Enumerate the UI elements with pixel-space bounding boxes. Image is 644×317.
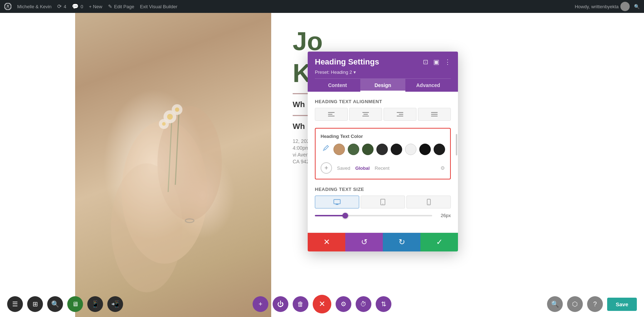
text-alignment-section: Heading Text Alignment	[315, 99, 451, 121]
color-section-label: Heading Text Color	[321, 134, 445, 139]
admin-bar: Michelle & Kevin ⟳ 4 💬 0 + New ✎ Edit Pa…	[0, 0, 644, 13]
device-mobile-btn[interactable]	[406, 196, 451, 208]
responsive-btn[interactable]: ⇅	[376, 296, 391, 312]
photo-panel	[75, 13, 271, 317]
tablet-icon: 📱	[91, 300, 99, 308]
color-swatch-black[interactable]	[419, 144, 431, 155]
svg-point-8	[175, 107, 179, 112]
tab-design[interactable]: Design	[360, 79, 406, 92]
admin-search-icon[interactable]: 🔍	[634, 4, 640, 9]
add-module-btn[interactable]: +	[253, 296, 268, 312]
delete-btn[interactable]: 🗑	[293, 296, 308, 312]
edit-page-link[interactable]: ✎ Edit Page	[108, 4, 134, 9]
align-left-btn[interactable]	[315, 108, 348, 121]
power-icon: ⏻	[277, 301, 284, 308]
power-btn[interactable]: ⏻	[273, 296, 288, 312]
mobile-icon: 📲	[111, 300, 119, 308]
layers-btn[interactable]: ⬡	[567, 296, 583, 312]
wordpress-logo[interactable]	[4, 3, 11, 10]
svg-point-29	[382, 204, 383, 205]
new-button[interactable]: + New	[89, 4, 102, 9]
panel-footer: ✕ ↺ ↻ ✓	[308, 232, 458, 251]
svg-point-6	[167, 114, 173, 120]
confirm-button[interactable]: ✓	[420, 233, 458, 251]
panel-preset[interactable]: Preset: Heading 2 ▾	[315, 69, 451, 75]
expand-icon[interactable]: ⊡	[423, 58, 428, 66]
responsive-icon: ⇅	[381, 300, 386, 308]
color-tab-recent[interactable]: Recent	[375, 165, 389, 171]
settings-btn[interactable]: ⚙	[336, 296, 351, 312]
align-center-btn[interactable]	[349, 108, 382, 121]
svg-rect-25	[334, 200, 340, 204]
slider-fill	[315, 215, 345, 216]
panel-scrollbar[interactable]	[456, 92, 457, 232]
save-button[interactable]: Save	[607, 298, 637, 311]
desktop-icon: 🖥	[72, 301, 78, 308]
color-swatch-black-2[interactable]	[434, 144, 445, 155]
cancel-button[interactable]: ✕	[308, 233, 345, 251]
tab-content[interactable]: Content	[315, 79, 360, 92]
history-btn[interactable]: ⏱	[356, 296, 371, 312]
alignment-label: Heading Text Alignment	[315, 99, 451, 104]
device-desktop-btn[interactable]	[315, 196, 359, 208]
close-btn[interactable]: ✕	[313, 295, 331, 313]
align-justify-btn[interactable]	[418, 108, 451, 121]
photo-background	[75, 13, 271, 317]
svg-point-2	[111, 163, 182, 292]
size-section-label: Heading Text Size	[315, 187, 451, 192]
preset-chevron-icon: ▾	[353, 69, 356, 75]
panel-title-row: Heading Settings ⊡ ▣ ⋮	[315, 57, 451, 67]
exit-builder-link[interactable]: Exit Visual Builder	[140, 4, 177, 9]
sidebar-icon[interactable]: ▣	[433, 58, 439, 66]
color-add-button[interactable]: +	[321, 162, 332, 174]
text-color-section: Heading Text Color	[315, 128, 451, 179]
comments-link[interactable]: 💬 0	[72, 3, 83, 10]
more-options-icon[interactable]: ⋮	[444, 58, 451, 66]
align-right-btn[interactable]	[384, 108, 416, 121]
tab-advanced[interactable]: Advanced	[405, 79, 451, 92]
color-swatch-darker-green[interactable]	[362, 144, 374, 155]
panel-body: Heading Text Alignment	[308, 92, 458, 232]
grid-icon: ⊞	[33, 300, 38, 308]
slider-thumb[interactable]	[342, 213, 348, 218]
reset-button[interactable]: ↺	[345, 233, 383, 251]
color-swatch-dark-brown[interactable]	[376, 144, 388, 155]
color-swatch-tan[interactable]	[333, 144, 345, 155]
help-btn[interactable]: ?	[587, 296, 603, 312]
slider-value: 26px	[436, 213, 451, 218]
text-size-section: Heading Text Size	[315, 187, 451, 218]
menu-icon: ☰	[12, 300, 18, 308]
device-tablet-btn[interactable]	[361, 196, 405, 208]
right-search-btn[interactable]: 🔍	[547, 296, 563, 312]
color-settings-icon[interactable]: ⚙	[440, 165, 445, 171]
color-tools-row	[321, 143, 445, 155]
revisions-link[interactable]: ⟳ 4	[57, 3, 66, 10]
grid-tool-btn[interactable]: ⊞	[27, 296, 43, 312]
menu-tool-btn[interactable]: ☰	[7, 296, 23, 312]
panel-header: Heading Settings ⊡ ▣ ⋮ Preset: Heading 2…	[308, 52, 458, 92]
mobile-view-btn[interactable]: 📲	[107, 296, 123, 312]
bottom-right-tools: 🔍 ⬡ ? Save	[547, 296, 637, 312]
color-tab-saved[interactable]: Saved	[337, 165, 350, 171]
size-slider-track[interactable]	[315, 215, 432, 216]
site-name[interactable]: Michelle & Kevin	[17, 4, 52, 9]
color-swatch-near-black[interactable]	[391, 144, 402, 155]
search-tool-btn[interactable]: 🔍	[47, 296, 63, 312]
howdy-text[interactable]: Howdy, writtenbyekta	[575, 2, 630, 11]
color-swatch-light-gray[interactable]	[405, 144, 416, 155]
tablet-view-btn[interactable]: 📱	[87, 296, 103, 312]
admin-bar-right: Howdy, writtenbyekta 🔍	[575, 2, 640, 11]
color-swatch-dark-green[interactable]	[348, 144, 359, 155]
search-icon: 🔍	[51, 300, 59, 308]
trash-icon: 🗑	[297, 301, 304, 308]
panel-scrollbar-thumb	[456, 134, 457, 155]
color-tab-global[interactable]: Global	[355, 165, 370, 171]
redo-button[interactable]: ↻	[383, 233, 420, 251]
bottom-center-tools: + ⏻ 🗑 ✕ ⚙ ⏱ ⇅	[253, 295, 391, 313]
alignment-options	[315, 108, 451, 121]
eyedropper-button[interactable]	[321, 143, 331, 155]
bottom-toolbar: ☰ ⊞ 🔍 🖥 📱 📲 + ⏻	[0, 291, 644, 317]
layers-icon: ⬡	[572, 300, 578, 308]
close-icon: ✕	[319, 299, 325, 309]
desktop-view-btn[interactable]: 🖥	[67, 296, 83, 312]
